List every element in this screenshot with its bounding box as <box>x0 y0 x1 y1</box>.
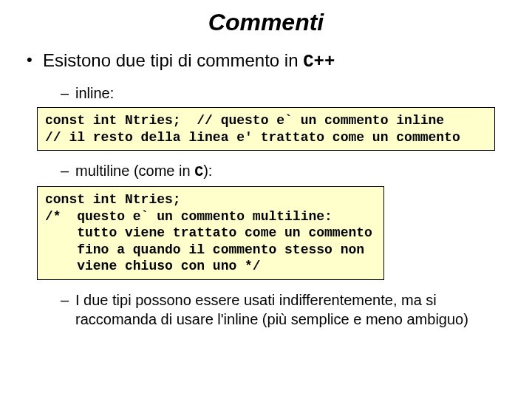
c-label: C <box>194 163 203 180</box>
bullet-level1: Esistono due tipi di commento in C++ <box>22 50 510 73</box>
slide-title: Commenti <box>22 9 510 36</box>
slide: Commenti Esistono due tipi di commento i… <box>0 0 532 399</box>
code-block-inline: const int Ntries; // questo e` un commen… <box>37 107 495 151</box>
sub-inline-text: inline: <box>75 85 114 101</box>
code-block-multiline: const int Ntries; /* questo e` un commen… <box>37 186 384 280</box>
sub-multiline-prefix: multiline (come in <box>75 163 194 179</box>
bullet-level2-inline: inline: <box>22 83 510 103</box>
bullet1-text: Esistono due tipi di commento in <box>43 50 303 70</box>
bullet-level2-note: I due tipi possono essere usati indiffer… <box>22 290 510 329</box>
sub-note-text: I due tipi possono essere usati indiffer… <box>75 292 468 327</box>
cpp-label: C++ <box>303 52 335 72</box>
sub-multiline-suffix: ): <box>203 163 212 179</box>
bullet-level2-multiline: multiline (come in C): <box>22 161 510 182</box>
